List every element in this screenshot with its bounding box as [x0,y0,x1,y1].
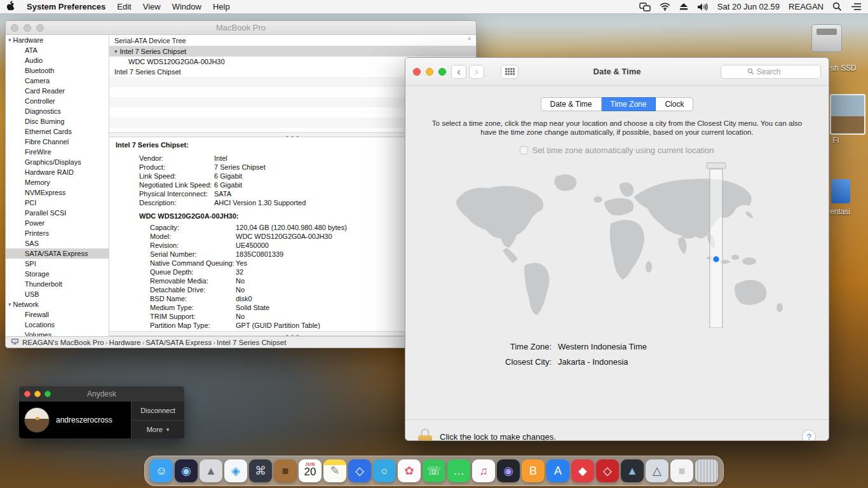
selected-timezone-band[interactable] [710,169,722,328]
wifi-icon[interactable] [660,3,670,11]
sidebar-item-thunderbolt[interactable]: Thunderbolt [6,279,109,289]
photo-file-icon[interactable] [830,94,865,135]
world-map[interactable] [431,161,803,330]
dock-trash[interactable] [695,459,718,482]
date-time-toolbar[interactable]: ‹ › Date & Time [405,58,829,86]
dock-messages[interactable]: … [447,459,470,482]
menubar-app-name[interactable]: System Preferences [27,2,105,11]
breadcrumb-item[interactable]: Intel 7 Series Chipset [217,339,286,346]
timezone-instructions: To select a time zone, click the map nea… [426,119,808,137]
screen-share-icon[interactable] [639,3,651,11]
tab-date-time[interactable]: Date & Time [541,97,602,111]
sidebar-item-disc-burning[interactable]: Disc Burning [6,116,109,126]
dock-safari[interactable]: ◈ [224,459,247,482]
sidebar-item-card-reader[interactable]: Card Reader [6,86,109,96]
sidebar-item-printers[interactable]: Printers [6,228,109,238]
sidebar-item-storage[interactable]: Storage [6,269,109,279]
breadcrumb-item[interactable]: SATA/SATA Express [146,339,212,346]
anydesk-titlebar[interactable]: Anydesk [19,386,184,402]
closest-city-value[interactable]: Jakarta - Indonesia [552,355,628,370]
sidebar-item-pci[interactable]: PCI [6,198,109,208]
dock-facetime[interactable]: ☏ [423,459,445,482]
tab-time-zone[interactable]: Time Zone [602,97,656,111]
search-input[interactable] [757,67,795,76]
sidebar-item-nvmexpress[interactable]: NVMExpress [6,187,109,198]
disk-label[interactable]: sh SSD [831,64,857,72]
sidebar-item-volumes[interactable]: Volumes [6,330,109,336]
tab-clock[interactable]: Clock [656,97,693,111]
menubar-item-view[interactable]: View [143,2,161,11]
sidebar-item-memory[interactable]: Memory [6,177,109,187]
dock-app-dark-2[interactable]: ◉ [497,459,520,482]
photo-file-label[interactable]: FI [832,136,839,145]
sidebar-item-firewire[interactable]: FireWire [6,147,109,157]
menubar-user[interactable]: REAGAN [789,2,824,11]
sidebar-item-spi[interactable]: SPI [6,259,109,269]
sidebar-item-usb[interactable]: USB [6,289,109,299]
dock-app-red-2[interactable]: ◇ [596,459,619,482]
disclosure-icon[interactable]: ▾ [114,46,118,57]
device-tree-header[interactable]: Serial-ATA Device Tree ^ [109,35,476,46]
sidebar-item-locations[interactable]: Locations [6,320,109,330]
dock-calendar[interactable]: JUN20 [299,459,322,482]
sidebar-item-controller[interactable]: Controller [6,96,109,106]
dock-app-droplet[interactable]: ○ [373,459,396,482]
dock-app-dark-1[interactable]: ⌘ [249,459,272,482]
sidebar-item-parallel-scsi[interactable]: Parallel SCSI [6,208,109,218]
auto-timezone-checkbox[interactable] [520,146,528,154]
notification-center-icon[interactable] [851,3,862,11]
sidebar-item-camera[interactable]: Camera [6,76,109,86]
volume-icon[interactable] [697,3,709,11]
sort-ascending-icon[interactable]: ^ [468,37,471,44]
menubar-item-edit[interactable]: Edit [117,2,131,11]
blue-file-label[interactable]: entasi [830,207,850,216]
dock-photos[interactable]: ✿ [398,459,421,482]
sidebar-item-audio[interactable]: Audio [6,55,109,65]
sidebar-section-network[interactable]: ▾Network [6,299,109,309]
dock-app-light[interactable]: ■ [670,459,693,482]
help-button[interactable]: ? [802,430,816,441]
spotlight-search-icon[interactable] [832,2,842,11]
dock-finder[interactable]: ☺ [150,459,173,482]
dock-books[interactable]: B [522,459,545,482]
sidebar-item-firewall[interactable]: Firewall [6,309,109,320]
sidebar-item-sas[interactable]: SAS [6,238,109,248]
eject-icon[interactable] [679,3,688,11]
lock-icon[interactable] [418,428,432,441]
tree-row-intel-7-series-chipset[interactable]: ▾Intel 7 Series Chipset [109,46,476,57]
more-button[interactable]: More ▾ [132,420,184,439]
dock-siri[interactable]: ◉ [175,459,198,482]
dock-launchpad[interactable]: ▲ [200,459,222,482]
dock-app-brown[interactable]: ■ [274,459,297,482]
menubar-item-window[interactable]: Window [172,2,201,11]
sidebar-item-graphics-displays[interactable]: Graphics/Displays [6,157,109,167]
dock-notes[interactable]: ✎ [323,459,346,482]
search-field[interactable] [721,65,821,79]
sidebar-item-fibre-channel[interactable]: Fibre Channel [6,137,109,147]
sidebar-item-sata-sata-express[interactable]: SATA/SATA Express [6,248,109,259]
apple-menu-icon[interactable] [6,1,15,13]
hard-disk-icon[interactable] [811,24,842,52]
timezone-pin[interactable] [713,256,720,263]
breadcrumb-item[interactable]: REAGAN's MacBook Pro [22,339,104,346]
sysinfo-titlebar[interactable]: MacBook Pro [6,21,476,35]
menubar-clock[interactable]: Sat 20 Jun 02.59 [717,2,780,11]
dock-app-blue[interactable]: ◇ [348,459,371,482]
sidebar-item-power[interactable]: Power [6,218,109,228]
dock-app-mountain[interactable]: ▲ [621,459,644,482]
sidebar-item-hardware-raid[interactable]: Hardware RAID [6,167,109,177]
sidebar-item-bluetooth[interactable]: Bluetooth [6,65,109,76]
disconnect-button[interactable]: Disconnect [132,402,184,420]
sidebar-item-ethernet-cards[interactable]: Ethernet Cards [6,126,109,137]
dock-app-prism[interactable]: △ [646,459,668,482]
sidebar-item-diagnostics[interactable]: Diagnostics [6,106,109,116]
dock-music[interactable]: ♫ [472,459,495,482]
breadcrumb-item[interactable]: Hardware [109,339,141,346]
dock-app-red-1[interactable]: ◆ [571,459,594,482]
sidebar-section-hardware[interactable]: ▾Hardware [6,35,109,45]
dock-app-store[interactable]: A [546,459,569,482]
menubar-item-help[interactable]: Help [213,2,230,11]
blue-file-icon[interactable] [831,179,850,203]
timezone-band-handle[interactable] [707,163,726,168]
sidebar-item-ata[interactable]: ATA [6,45,109,55]
